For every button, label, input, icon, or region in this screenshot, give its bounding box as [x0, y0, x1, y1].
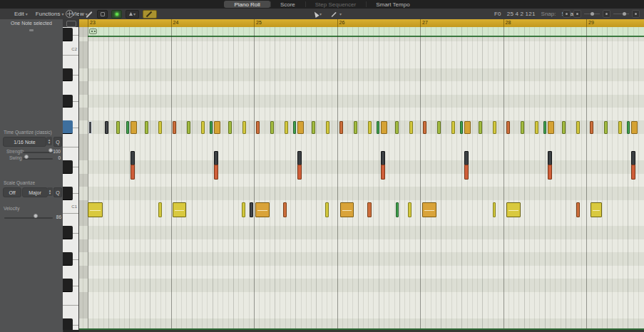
scale-quantize-stepper[interactable]: ▴▾	[47, 187, 53, 196]
midi-note[interactable]	[627, 121, 630, 134]
midi-note[interactable]	[283, 202, 287, 217]
midi-note[interactable]	[506, 121, 510, 134]
piano-key-black[interactable]	[63, 28, 73, 41]
midi-note[interactable]	[116, 121, 120, 134]
midi-note[interactable]	[631, 121, 638, 134]
midi-note[interactable]	[618, 121, 622, 134]
time-quantize-apply-button[interactable]: Q	[53, 137, 62, 147]
midi-note[interactable]	[493, 202, 496, 217]
midi-out-button[interactable]	[97, 10, 108, 19]
midi-note[interactable]	[408, 202, 412, 217]
midi-note[interactable]	[201, 121, 205, 134]
midi-note[interactable]	[131, 121, 137, 134]
inspector-disclosure-icon[interactable]	[29, 29, 34, 31]
slider-knob[interactable]	[24, 155, 29, 159]
velocity-slider[interactable]	[4, 215, 53, 221]
brush-tool-button[interactable]	[143, 10, 157, 19]
midi-note[interactable]	[173, 202, 186, 217]
midi-note[interactable]	[548, 151, 552, 165]
piano-key-selected[interactable]	[63, 120, 73, 134]
slider-knob[interactable]	[591, 12, 594, 16]
midi-note[interactable]	[131, 165, 135, 180]
midi-note[interactable]	[493, 121, 496, 134]
midi-note[interactable]	[158, 202, 162, 217]
midi-note[interactable]	[423, 121, 426, 134]
midi-note[interactable]	[242, 121, 246, 134]
left-click-tool-menu[interactable]: ▾	[312, 10, 324, 18]
midi-in-button[interactable]	[111, 10, 122, 19]
midi-note[interactable]	[145, 121, 148, 134]
slider-knob[interactable]	[34, 214, 38, 218]
midi-note[interactable]	[173, 121, 176, 134]
midi-note[interactable]	[543, 121, 546, 134]
scale-quantize-root-select[interactable]: Off	[3, 187, 21, 197]
midi-note[interactable]	[506, 202, 521, 217]
piano-keyboard[interactable]: C2C1	[63, 27, 79, 330]
midi-note[interactable]	[562, 121, 566, 134]
note-overlap-button[interactable]: ▾	[126, 10, 139, 19]
tab-smart-tempo[interactable]: Smart Tempo	[366, 0, 419, 9]
midi-note[interactable]	[576, 202, 580, 217]
midi-note[interactable]	[325, 202, 329, 217]
midi-note[interactable]	[340, 202, 354, 217]
midi-note[interactable]	[548, 121, 554, 134]
midi-note[interactable]	[228, 121, 232, 134]
midi-note[interactable]	[368, 121, 372, 134]
midi-note[interactable]	[270, 121, 274, 134]
midi-note[interactable]	[381, 121, 387, 134]
midi-note[interactable]	[312, 121, 315, 134]
midi-note[interactable]	[451, 121, 455, 134]
midi-note[interactable]	[535, 121, 538, 134]
global-tracks-icon[interactable]	[66, 21, 76, 27]
midi-note[interactable]	[395, 121, 399, 134]
midi-note[interactable]	[437, 121, 441, 134]
pencil-tool-icon[interactable]	[86, 11, 93, 18]
midi-note[interactable]	[187, 121, 190, 134]
midi-note[interactable]	[367, 202, 372, 217]
time-quantize-stepper[interactable]: ▴▾	[46, 137, 52, 145]
midi-note[interactable]	[590, 121, 593, 134]
menu-edit[interactable]: Edit▾	[11, 11, 31, 17]
piano-key-black[interactable]	[63, 318, 73, 330]
midi-note[interactable]	[591, 202, 602, 217]
midi-note[interactable]	[464, 165, 469, 180]
midi-note[interactable]	[354, 121, 357, 134]
auto-zoom-icon[interactable]	[573, 10, 581, 18]
piano-key-black[interactable]	[63, 279, 73, 292]
piano-key-black[interactable]	[63, 160, 73, 174]
piano-key-black[interactable]	[63, 68, 73, 82]
midi-note[interactable]	[631, 165, 635, 180]
piano-key-black[interactable]	[63, 252, 73, 266]
horizontal-zoom-slider[interactable]	[613, 11, 629, 17]
midi-note[interactable]	[381, 165, 385, 180]
midi-note-selected[interactable]	[88, 121, 92, 134]
midi-note[interactable]	[521, 121, 524, 134]
tab-step-sequencer[interactable]: Step Sequencer	[305, 0, 366, 9]
midi-note[interactable]	[88, 202, 103, 217]
midi-note[interactable]	[242, 202, 245, 217]
time-quantize-select[interactable]: 1/16 Note	[3, 137, 46, 147]
horizontal-zoom-lock-icon[interactable]	[632, 10, 640, 18]
collapse-mode-icon[interactable]	[563, 10, 571, 18]
midi-note[interactable]	[396, 202, 399, 217]
midi-note[interactable]	[460, 121, 463, 134]
scale-quantize-apply-button[interactable]: Q	[53, 187, 62, 197]
midi-note[interactable]	[377, 121, 379, 134]
midi-note[interactable]	[479, 121, 482, 134]
piano-key-black[interactable]	[63, 226, 73, 239]
catch-playhead-icon[interactable]	[66, 10, 73, 18]
midi-note[interactable]	[297, 151, 302, 165]
midi-note[interactable]	[409, 121, 413, 134]
midi-note[interactable]	[131, 151, 135, 165]
midi-note[interactable]	[422, 202, 436, 217]
midi-note[interactable]	[255, 202, 270, 217]
midi-note[interactable]	[214, 165, 218, 180]
command-click-tool-menu[interactable]: ▾	[328, 10, 344, 18]
tab-score[interactable]: Score	[270, 0, 305, 9]
midi-note[interactable]	[576, 121, 580, 134]
midi-note[interactable]	[381, 151, 385, 165]
midi-note[interactable]	[256, 121, 260, 134]
slider-knob[interactable]	[623, 12, 626, 16]
midi-note[interactable]	[214, 151, 218, 165]
note-grid[interactable]	[79, 27, 644, 332]
